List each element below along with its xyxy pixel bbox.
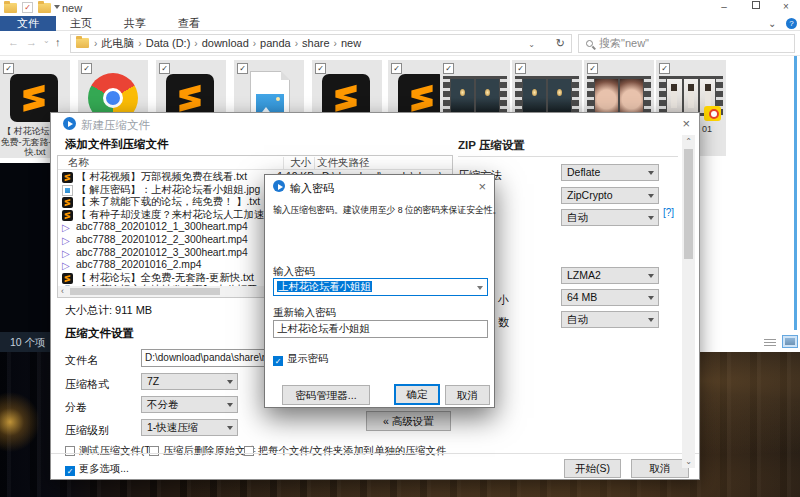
- thumbnail-checkbox[interactable]: ✓: [659, 63, 670, 74]
- more-options-checkbox[interactable]: ✓更多选项...: [65, 462, 129, 476]
- forward-icon[interactable]: →: [26, 36, 37, 48]
- zip-method-select[interactable]: Deflate: [561, 164, 659, 181]
- thumbnail-checkbox[interactable]: ✓: [515, 63, 526, 74]
- video-file-icon: ▷: [62, 222, 73, 233]
- password-dialog-title: 输入密码: [290, 181, 334, 196]
- search-input[interactable]: 搜索"new": [578, 34, 795, 53]
- txt-file-icon: [62, 172, 73, 183]
- file-name: 【 村花论坛】全免费-无套路-更新快.txt: [76, 272, 254, 285]
- enter-password-label: 输入密码: [273, 265, 315, 279]
- scroll-up-icon[interactable]: ⌃: [682, 137, 695, 146]
- column-size[interactable]: 大小: [288, 156, 311, 170]
- video-thumbnail-icon: [443, 76, 507, 116]
- ribbon-collapse-icon[interactable]: ⌄: [768, 18, 776, 29]
- thumbnail-checkbox[interactable]: ✓: [587, 63, 598, 74]
- scroll-left-icon[interactable]: ‹: [61, 286, 64, 297]
- thumbnail-view-icon[interactable]: [782, 335, 798, 348]
- thumbnail-checkbox[interactable]: ✓: [3, 63, 14, 74]
- bandizip-icon: [63, 117, 76, 130]
- volume-select[interactable]: 不分卷: [141, 396, 238, 413]
- ribbon-tabs: 文件 主页 共享 查看 ⌄ ?: [0, 16, 800, 31]
- dialog-close-icon[interactable]: ×: [682, 117, 690, 130]
- selected-password-text: 上村花论坛看小姐姐: [277, 281, 372, 292]
- breadcrumb[interactable]: ›此电脑›Data (D:)›download›panda›share›new …: [70, 34, 572, 53]
- file-name: 【 有种子却没速度？来村花论坛人工加速】.txt: [76, 209, 288, 222]
- quick-access-properties-icon[interactable]: ✓: [22, 2, 33, 13]
- cancel-button[interactable]: 取消: [631, 459, 689, 478]
- help-link[interactable]: [?]: [663, 207, 674, 218]
- file-area-scrollbar[interactable]: [794, 56, 797, 330]
- address-dropdown-icon[interactable]: ⌄: [528, 36, 535, 53]
- recent-dropdown-icon[interactable]: ⌄: [43, 36, 50, 45]
- dictionary-size-label-fragment: 小: [498, 293, 509, 308]
- tab-home[interactable]: 主页: [58, 16, 104, 31]
- minimize-button[interactable]: –: [712, 0, 736, 15]
- maximize-button[interactable]: [744, 0, 768, 15]
- separate-archives-checkbox[interactable]: 把每个文件/文件夹添加到单独的压缩文件: [244, 444, 446, 458]
- password-manager-button[interactable]: 密码管理器...: [282, 385, 370, 405]
- tab-file[interactable]: 文件: [0, 16, 56, 31]
- breadcrumb-download[interactable]: download: [199, 37, 252, 49]
- start-button[interactable]: 开始(S): [564, 459, 621, 478]
- advanced-settings-button[interactable]: « 高级设置: [366, 411, 451, 431]
- password-dialog-close-icon[interactable]: ×: [478, 180, 486, 193]
- tab-share[interactable]: 共享: [112, 16, 158, 31]
- test-archive-checkbox[interactable]: 测试压缩文件(T): [65, 444, 154, 458]
- format-select[interactable]: 7Z: [141, 373, 238, 390]
- zip-settings-title: ZIP 压缩设置: [458, 138, 525, 153]
- ok-button[interactable]: 确定: [394, 384, 440, 405]
- breadcrumb-panda[interactable]: panda: [257, 37, 294, 49]
- search-icon: [586, 40, 593, 47]
- breadcrumb-this-pc[interactable]: 此电脑: [98, 37, 137, 49]
- thumbnail-checkbox[interactable]: ✓: [81, 63, 92, 74]
- explorer-titlebar: ✓ new – ×: [0, 0, 800, 16]
- refresh-icon[interactable]: ↻: [556, 35, 565, 52]
- 7z-method-select[interactable]: LZMA2: [561, 267, 659, 284]
- quick-access-newfolder-icon[interactable]: [38, 3, 51, 14]
- scrollbar-thumb[interactable]: [684, 149, 693, 259]
- close-button[interactable]: ×: [774, 0, 798, 15]
- screen: ✓ new – × 文件 主页 共享 查看 ⌄ ? ← → ⌄ ↑ ›此电脑›D…: [0, 0, 800, 497]
- password-confirm-input[interactable]: 上村花论坛看小姐姐: [273, 320, 488, 338]
- threads-label-fragment: 数: [498, 315, 509, 330]
- zip-encryption-select[interactable]: ZipCrypto: [561, 187, 659, 204]
- thumbnail-checkbox[interactable]: ✓: [237, 63, 248, 74]
- password-history-dropdown-icon[interactable]: [477, 286, 483, 290]
- video-thumbnail-icon: [515, 76, 579, 116]
- tab-view[interactable]: 查看: [166, 16, 212, 31]
- password-input[interactable]: 上村花论坛看小姐姐: [273, 278, 488, 296]
- folder-icon: [76, 38, 89, 48]
- quick-access-dropdown-icon[interactable]: [54, 5, 60, 9]
- show-password-checkbox[interactable]: ✓显示密码: [273, 352, 328, 366]
- archive-settings-section-title: 压缩文件设置: [65, 326, 134, 341]
- scrollbar-thumb[interactable]: [70, 288, 220, 295]
- player-badge-icon: [704, 106, 721, 121]
- column-path[interactable]: 文件夹路径: [317, 156, 370, 170]
- file-name: 【 村花视频】万部视频免费在线看.txt: [76, 171, 247, 184]
- breadcrumb-new[interactable]: new: [338, 37, 364, 49]
- filename-input[interactable]: D:\download\panda\share\new\【: [141, 349, 265, 367]
- 7z-dictionary-select[interactable]: 64 MB: [561, 289, 659, 306]
- thumbnail-checkbox[interactable]: ✓: [391, 63, 402, 74]
- up-icon[interactable]: ↑: [55, 36, 61, 48]
- thumbnail-checkbox[interactable]: ✓: [315, 63, 326, 74]
- video-file-icon: ▷: [62, 260, 73, 271]
- zip-auto-select[interactable]: 自动: [561, 209, 659, 226]
- volume-label: 分卷: [65, 400, 87, 415]
- settings-scrollbar[interactable]: ⌃ ⌄: [682, 135, 695, 468]
- bandizip-icon: [273, 180, 285, 192]
- cancel-button[interactable]: 取消: [445, 385, 490, 405]
- delete-after-checkbox[interactable]: 压缩后删除原始文件: [149, 444, 256, 458]
- 7z-threads-select[interactable]: 自动: [561, 311, 659, 328]
- level-select[interactable]: 1-快速压缩: [141, 419, 238, 436]
- scroll-down-icon[interactable]: ⌄: [682, 457, 695, 466]
- thumbnail-checkbox[interactable]: ✓: [443, 63, 454, 74]
- breadcrumb-share[interactable]: share: [299, 37, 333, 49]
- help-icon[interactable]: ?: [786, 18, 797, 29]
- breadcrumb-drive[interactable]: Data (D:): [143, 37, 194, 49]
- file-list-header: 名称 大小 文件夹路径: [58, 156, 452, 170]
- details-view-icon[interactable]: [764, 337, 776, 346]
- back-icon[interactable]: ←: [8, 36, 19, 48]
- thumbnail-checkbox[interactable]: ✓: [159, 63, 170, 74]
- column-name[interactable]: 名称: [68, 156, 89, 170]
